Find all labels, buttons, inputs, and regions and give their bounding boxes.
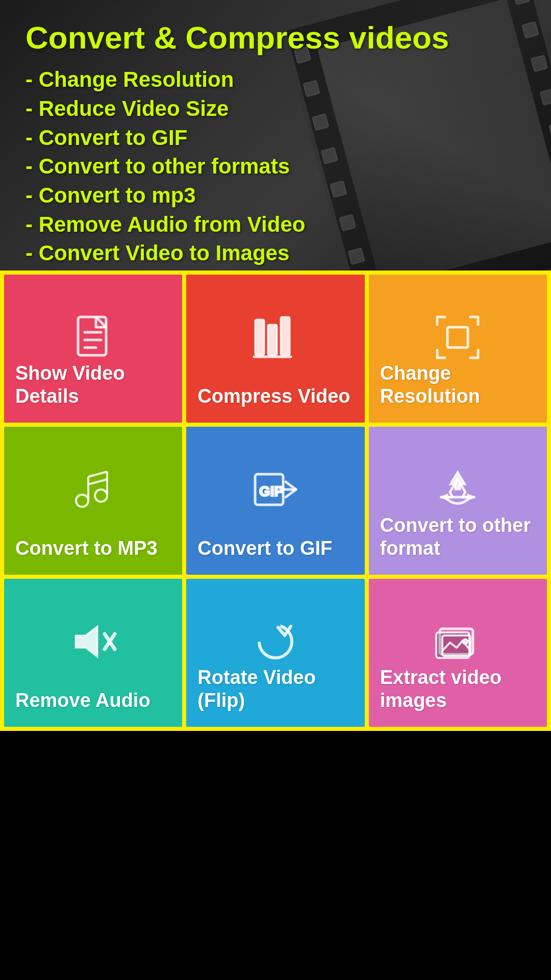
hero-features-list: - Change Resolution- Reduce Video Size- …	[26, 65, 449, 268]
cell-label-rotate-video: Rotate Video (Flip)	[197, 666, 353, 713]
grid-cell-extract-images[interactable]: Extract video images	[369, 579, 547, 727]
grid-cell-remove-audio[interactable]: Remove Audio	[4, 579, 182, 727]
cell-label-convert-format: Convert to other format	[380, 514, 536, 560]
cell-label-convert-gif: Convert to GIF	[197, 537, 332, 560]
images-icon	[430, 614, 486, 670]
resolution-icon	[430, 309, 486, 365]
grid-cell-convert-mp3[interactable]: Convert to MP3	[4, 427, 182, 575]
feature-grid: Show Video DetailsCompress VideoChange R…	[4, 275, 547, 727]
cell-label-remove-audio: Remove Audio	[15, 689, 151, 713]
cell-label-convert-mp3: Convert to MP3	[15, 537, 158, 560]
grid-cell-change-resolution[interactable]: Change Resolution	[369, 275, 547, 423]
cell-label-change-resolution: Change Resolution	[380, 362, 536, 408]
cell-label-compress-video: Compress Video	[197, 385, 350, 408]
compress-icon	[247, 309, 304, 365]
hero-text-block: Convert & Compress videos - Change Resol…	[26, 20, 449, 268]
hero-feature-item: - Reduce Video Size	[26, 94, 449, 124]
hero-feature-item: - Convert to GIF	[26, 124, 449, 153]
cell-label-extract-images: Extract video images	[380, 666, 536, 713]
hero-feature-item: - Convert Video to Images	[26, 239, 449, 268]
hero-feature-item: - Remove Audio from Video	[26, 210, 449, 239]
grid-cell-convert-format[interactable]: Convert to other format	[369, 427, 547, 575]
hero-feature-item: - Convert to other formats	[26, 152, 449, 181]
document-icon	[65, 309, 121, 365]
hero-feature-item: - Convert to mp3	[26, 181, 449, 210]
grid-cell-convert-gif[interactable]: Convert to GIF	[186, 427, 364, 575]
feature-grid-wrapper: Show Video DetailsCompress VideoChange R…	[0, 271, 551, 731]
grid-cell-show-video-details[interactable]: Show Video Details	[4, 275, 182, 423]
grid-cell-rotate-video[interactable]: Rotate Video (Flip)	[186, 579, 364, 727]
grid-cell-compress-video[interactable]: Compress Video	[186, 275, 364, 423]
cell-label-show-video-details: Show Video Details	[15, 362, 171, 408]
gif-icon	[247, 461, 304, 518]
hero-feature-item: - Change Resolution	[26, 65, 449, 94]
mute-icon	[65, 614, 121, 670]
hero-section: Convert & Compress videos - Change Resol…	[0, 0, 551, 271]
rotate-icon	[247, 614, 304, 670]
hero-title: Convert & Compress videos	[26, 20, 449, 55]
music-icon	[65, 461, 121, 518]
recycle-icon	[430, 461, 486, 518]
